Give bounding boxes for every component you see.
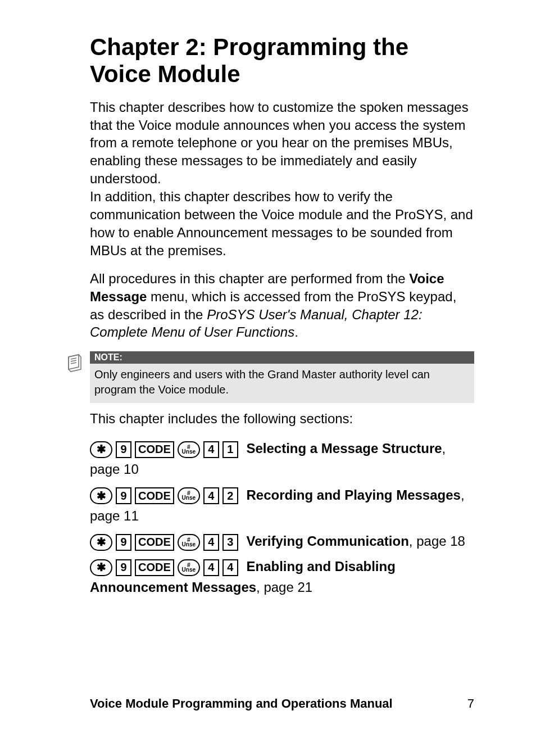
manual-page: Chapter 2: Programming the Voice Module …	[0, 0, 536, 756]
key-star-icon: ✱	[90, 441, 112, 458]
toc-title: Selecting a Message Structure	[246, 441, 442, 456]
toc-entry-4: ✱ 9 CODE #Unse 4 4 Enabling and Disablin…	[90, 556, 474, 597]
key-sequence: ✱ 9 CODE #Unse 4 4	[90, 559, 238, 576]
toc-title: Verifying Communication	[246, 533, 408, 549]
note-block: NOTE: Only engineers and users with the …	[65, 351, 474, 403]
key-hash-icon: #Unse	[178, 534, 200, 551]
key-hash-icon: #Unse	[178, 559, 200, 576]
sections-intro: This chapter includes the following sect…	[90, 410, 474, 428]
key-code: CODE	[135, 559, 174, 576]
key-9: 9	[116, 441, 131, 458]
key-4: 4	[203, 534, 219, 551]
key-4: 4	[203, 487, 219, 504]
toc-page: , page 21	[256, 580, 312, 595]
intro-paragraph-2: All procedures in this chapter are perfo…	[90, 270, 474, 342]
footer-title: Voice Module Programming and Operations …	[90, 696, 393, 711]
key-hash-icon: #Unse	[178, 487, 200, 504]
p2-lead: All procedures in this chapter are perfo…	[90, 271, 409, 286]
key-star-icon: ✱	[90, 487, 112, 504]
toc-entry-3: ✱ 9 CODE #Unse 4 3 Verifying Communicati…	[90, 531, 474, 551]
key-last-digit: 2	[222, 487, 238, 504]
key-9: 9	[116, 559, 131, 576]
key-code: CODE	[135, 534, 174, 551]
toc-entry-1: ✱ 9 CODE #Unse 4 1 Selecting a Message S…	[90, 438, 474, 479]
key-code: CODE	[135, 487, 174, 504]
toc-entry-2: ✱ 9 CODE #Unse 4 2 Recording and Playing…	[90, 485, 474, 526]
p2-end: .	[294, 324, 298, 339]
key-4: 4	[203, 559, 219, 576]
key-star-icon: ✱	[90, 559, 112, 576]
chapter-title: Chapter 2: Programming the Voice Module	[90, 34, 474, 88]
toc-page: , page 18	[409, 533, 465, 549]
key-hash-icon: #Unse	[178, 441, 200, 458]
note-label: NOTE:	[90, 351, 474, 364]
note-box: NOTE: Only engineers and users with the …	[90, 351, 474, 403]
page-footer: Voice Module Programming and Operations …	[90, 696, 474, 711]
key-code: CODE	[135, 441, 174, 458]
key-9: 9	[116, 534, 131, 551]
key-4: 4	[203, 441, 219, 458]
key-sequence: ✱ 9 CODE #Unse 4 3	[90, 534, 238, 551]
intro-1a: This chapter describes how to customize …	[90, 99, 469, 187]
intro-1b: In addition, this chapter describes how …	[90, 189, 473, 258]
note-icon	[65, 351, 85, 375]
intro-paragraph-1: This chapter describes how to customize …	[90, 98, 474, 260]
footer-page-number: 7	[467, 696, 474, 711]
key-sequence: ✱ 9 CODE #Unse 4 2	[90, 487, 238, 504]
key-last-digit: 4	[222, 559, 238, 576]
key-sequence: ✱ 9 CODE #Unse 4 1	[90, 441, 238, 458]
key-9: 9	[116, 487, 131, 504]
key-last-digit: 1	[222, 441, 238, 458]
key-last-digit: 3	[222, 534, 238, 551]
key-star-icon: ✱	[90, 534, 112, 551]
note-text: Only engineers and users with the Grand …	[90, 364, 474, 403]
toc-title: Recording and Playing Messages	[246, 487, 460, 503]
